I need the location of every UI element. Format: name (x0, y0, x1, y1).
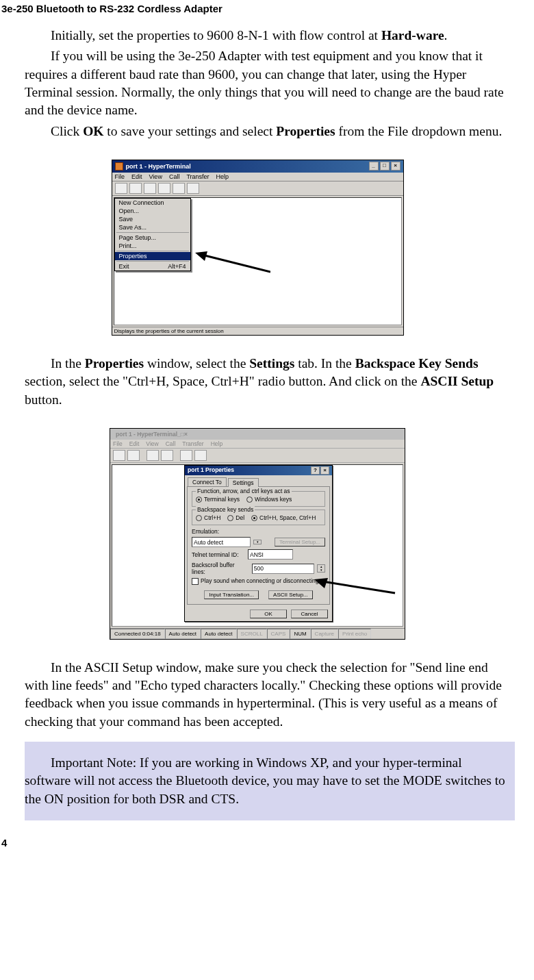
titlebar: port 1 - HyperTerminal _ □ × (112, 160, 403, 173)
emulation-combo[interactable]: Auto detect (192, 537, 251, 547)
menu-help[interactable]: Help (216, 173, 229, 180)
toolbar-button[interactable] (147, 450, 159, 461)
status-scroll: SCROLL (237, 629, 267, 639)
cancel-button[interactable]: Cancel (291, 610, 328, 618)
toolbar-button[interactable] (180, 450, 192, 461)
hyperterminal-window-2: port 1 - HyperTerminal _ □ × File Edit V… (110, 428, 405, 640)
separator (116, 232, 189, 233)
bold-settings: Settings (249, 356, 294, 370)
text: Click (51, 124, 83, 138)
menu-item-new[interactable]: New Connection (115, 199, 190, 207)
svg-marker-3 (314, 578, 328, 588)
radio-ctrlh[interactable]: Ctrl+H (196, 514, 220, 521)
menu-item-saveas[interactable]: Save As... (115, 223, 190, 231)
text: button. (25, 392, 62, 407)
backscroll-label: Backscroll buffer lines: (192, 562, 249, 575)
svg-marker-1 (195, 251, 207, 261)
maximize-button[interactable]: □ (380, 162, 390, 171)
telnet-label: Telnet terminal ID: (192, 551, 245, 558)
toolbar-button[interactable] (129, 183, 142, 194)
toolbar-button[interactable] (113, 450, 125, 461)
telnet-id-field[interactable]: ANSI (248, 549, 293, 560)
tab-row: Connect To Settings (185, 475, 332, 486)
properties-dialog: port 1 Properties ? × Connect To Setting… (184, 465, 333, 622)
paragraph-5: In the ASCII Setup window, make sure you… (25, 659, 508, 731)
group-legend: Backspace key sends (196, 506, 255, 513)
minimize-button[interactable]: _ (369, 162, 379, 171)
radio-del[interactable]: Del (227, 514, 244, 521)
menu-call: Call (166, 440, 176, 447)
help-button[interactable]: ? (311, 466, 320, 475)
text: window, select the (144, 356, 249, 370)
window-title: port 1 - HyperTerminal (116, 431, 177, 438)
menu-item-save[interactable]: Save (115, 215, 190, 223)
ascii-setup-button[interactable]: ASCII Setup... (268, 590, 313, 599)
text: tab. In the (294, 356, 355, 370)
exit-accelerator: Alt+F4 (168, 263, 186, 270)
titlebar-inactive: port 1 - HyperTerminal _ □ × (110, 429, 405, 440)
menu-item-open[interactable]: Open... (115, 207, 190, 215)
menu-item-pagesetup[interactable]: Page Setup... (115, 234, 190, 242)
menu-transfer: Transfer (182, 440, 203, 447)
statusbar: Displays the properties of the current s… (112, 327, 403, 335)
document-header: 3e-250 Bluetooth to RS-232 Cordless Adap… (1, 3, 515, 14)
toolbar-button[interactable] (194, 450, 207, 461)
menu-item-properties[interactable]: Properties (115, 252, 190, 260)
input-translation-button[interactable]: Input Translation... (204, 590, 259, 599)
menu-view: View (146, 440, 158, 447)
emulation-label: Emulation: (192, 528, 219, 535)
menu-edit[interactable]: Edit (131, 173, 142, 180)
toolbar-button[interactable] (144, 183, 156, 194)
callout-arrow-icon (314, 578, 396, 599)
backscroll-field[interactable]: 500 (252, 564, 315, 574)
important-note: Important Note: If you are working in Wi… (25, 742, 515, 820)
dialog-buttons: OK Cancel (185, 607, 332, 621)
tab-connect-to[interactable]: Connect To (188, 477, 227, 486)
menu-call[interactable]: Call (169, 173, 180, 180)
terminal-area: New Connection Open... Save Save As... P… (114, 197, 402, 325)
menu-file[interactable]: File (115, 173, 125, 180)
close-button[interactable]: × (320, 466, 329, 475)
menu-edit: Edit (129, 440, 140, 447)
terminal-area: port 1 Properties ? × Connect To Setting… (112, 464, 403, 627)
callout-arrow-icon (195, 251, 270, 279)
radio-ctrlh-space[interactable]: Ctrl+H, Space, Ctrl+H (251, 514, 316, 521)
svg-line-2 (322, 581, 395, 593)
tab-settings[interactable]: Settings (228, 478, 259, 487)
dropdown-arrow-icon[interactable]: ▾ (253, 540, 262, 544)
svg-line-0 (202, 255, 270, 272)
toolbar-button[interactable] (115, 183, 127, 194)
radio-windows-keys[interactable]: Windows keys (246, 496, 292, 503)
menu-view[interactable]: View (149, 173, 162, 180)
settings-tab-pane: Function, arrow, and ctrl keys act as Te… (187, 486, 330, 605)
menu-item-exit[interactable]: Exit Alt+F4 (115, 262, 190, 271)
toolbar-button[interactable] (127, 450, 140, 461)
text: to save your settings and select (103, 124, 276, 138)
radio-terminal-keys[interactable]: Terminal keys (196, 496, 240, 503)
spinner-icon[interactable]: ▴▾ (317, 564, 325, 573)
text: from the File dropdown menu. (335, 124, 503, 138)
paragraph-4: In the Properties window, select the Set… (25, 355, 508, 409)
ok-button[interactable]: OK (250, 610, 287, 618)
toolbar-button[interactable] (187, 183, 199, 194)
close-button[interactable]: × (184, 431, 188, 438)
bold-hardware: Hard-ware (381, 28, 444, 42)
file-dropdown: New Connection Open... Save Save As... P… (114, 198, 191, 271)
close-button[interactable]: × (391, 162, 400, 171)
status-autodetect: Auto detect (201, 629, 236, 639)
group-function-keys: Function, arrow, and ctrl keys act as Te… (192, 491, 325, 507)
status-capture: Capture (311, 629, 338, 639)
figure-2: port 1 - HyperTerminal _ □ × File Edit V… (0, 428, 515, 640)
toolbar-button[interactable] (161, 450, 173, 461)
bold-ok: OK (83, 124, 103, 138)
toolbar-button[interactable] (158, 183, 170, 194)
toolbar-button[interactable] (173, 183, 185, 194)
menubar: File Edit View Call Transfer Help (112, 173, 403, 181)
paragraph-2: If you will be using the 3e-250 Adapter … (25, 47, 508, 119)
status-caps: CAPS (267, 629, 290, 639)
terminal-setup-button: Terminal Setup... (275, 538, 325, 546)
menu-item-print[interactable]: Print... (115, 242, 190, 250)
menu-transfer[interactable]: Transfer (186, 173, 209, 180)
play-sound-checkbox[interactable]: Play sound when connecting or disconnect… (192, 577, 318, 585)
menu-help: Help (211, 440, 222, 447)
